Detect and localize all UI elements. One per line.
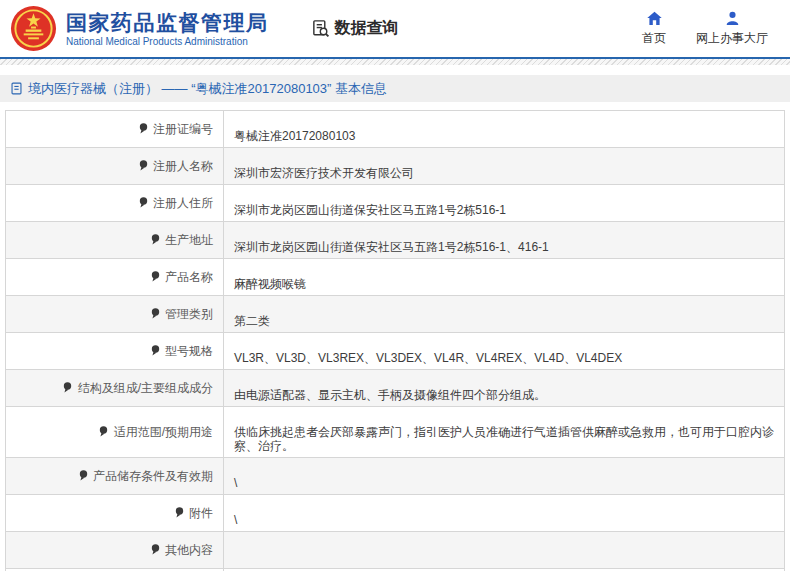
note-icon: [139, 123, 148, 137]
note-icon: [151, 544, 160, 558]
row-value: 由电源适配器、显示主机、手柄及摄像组件四个部分组成。: [234, 388, 546, 402]
nav-home-label: 首页: [642, 30, 666, 47]
note-icon: [151, 308, 160, 322]
nav-home[interactable]: 首页: [642, 10, 666, 47]
row-label: 结构及组成/主要组成成分: [78, 381, 213, 395]
table-row: 注册人名称 深圳市宏济医疗技术开发有限公司: [6, 148, 785, 185]
table-row: 附件 \: [6, 495, 785, 532]
breadcrumb: 境内医疗器械（注册） —— “粤械注准20172080103” 基本信息: [0, 75, 790, 102]
note-icon: [139, 197, 148, 211]
home-icon: [646, 10, 663, 27]
org-names: 国家药品监督管理局 National Medical Products Admi…: [66, 11, 269, 47]
row-label: 产品储存条件及有效期: [93, 469, 213, 483]
note-icon: [99, 426, 108, 440]
row-value: 深圳市宏济医疗技术开发有限公司: [234, 166, 414, 180]
table-row: 注册证编号 粤械注准20172080103: [6, 111, 785, 148]
row-value: \: [234, 476, 237, 490]
note-icon: [79, 470, 88, 484]
note-icon: [175, 507, 184, 521]
row-value: 供临床挑起患者会厌部暴露声门，指引医护人员准确进行气道插管供麻醉或急救用，也可用…: [234, 425, 774, 453]
site-header: 国家药品监督管理局 National Medical Products Admi…: [0, 0, 790, 57]
row-value: 深圳市龙岗区园山街道保安社区马五路1号2栋516-1、416-1: [234, 240, 549, 254]
header-nav: 首页 网上办事大厅: [642, 10, 776, 47]
table-row: 其他内容: [6, 532, 785, 569]
nav-service-hall-label: 网上办事大厅: [696, 30, 768, 47]
note-icon: [151, 345, 160, 359]
table-row: 产品名称 麻醉视频喉镜: [6, 259, 785, 296]
note-icon: [151, 234, 160, 248]
row-label: 生产地址: [165, 233, 213, 247]
logo-group: 国家药品监督管理局 National Medical Products Admi…: [10, 5, 269, 52]
row-label: 适用范围/预期用途: [114, 425, 213, 439]
row-label: 附件: [189, 506, 213, 520]
note-icon: [151, 271, 160, 285]
note-icon: [139, 160, 148, 174]
data-query-icon: [311, 19, 330, 38]
person-icon: [724, 10, 741, 27]
row-value: 粤械注准20172080103: [234, 129, 355, 143]
table-row: 注册人住所 深圳市龙岗区园山街道保安社区马五路1号2栋516-1: [6, 185, 785, 222]
row-value: \: [234, 513, 237, 527]
table-row: 管理类别 第二类: [6, 296, 785, 333]
row-label: 产品名称: [165, 270, 213, 284]
row-label: 型号规格: [165, 344, 213, 358]
nav-service-hall[interactable]: 网上办事大厅: [696, 10, 768, 47]
row-label: 其他内容: [165, 543, 213, 557]
table-row: 适用范围/预期用途 供临床挑起患者会厌部暴露声门，指引医护人员准确进行气道插管供…: [6, 407, 785, 458]
row-value: 深圳市龙岗区园山街道保安社区马五路1号2栋516-1: [234, 203, 506, 217]
breadcrumb-text: 境内医疗器械（注册） —— “粤械注准20172080103” 基本信息: [28, 80, 387, 98]
org-name-cn: 国家药品监督管理局: [66, 11, 269, 35]
table-row: 型号规格 VL3R、VL3D、VL3REX、VL3DEX、VL4R、VL4REX…: [6, 333, 785, 370]
table-row: 产品储存条件及有效期 \: [6, 458, 785, 495]
row-label: 注册人住所: [153, 196, 213, 210]
row-value: 第二类: [234, 314, 270, 328]
row-label: 注册证编号: [153, 122, 213, 136]
document-icon: [10, 82, 23, 95]
national-emblem-icon: [10, 5, 57, 52]
registration-info-table: 注册证编号 粤械注准20172080103 注册人名称 深圳市宏济医疗技术开发有…: [5, 110, 785, 571]
row-label: 管理类别: [165, 307, 213, 321]
hatch-band-divider: [0, 59, 790, 65]
org-name-en: National Medical Products Administration: [66, 36, 269, 47]
data-query-title: 数据查询: [311, 18, 399, 39]
table-row: 结构及组成/主要组成成分 由电源适配器、显示主机、手柄及摄像组件四个部分组成。: [6, 370, 785, 407]
row-value: 麻醉视频喉镜: [234, 277, 306, 291]
row-label: 注册人名称: [153, 159, 213, 173]
row-value: VL3R、VL3D、VL3REX、VL3DEX、VL4R、VL4REX、VL4D…: [234, 351, 622, 365]
note-icon: [63, 382, 72, 396]
data-query-label: 数据查询: [335, 18, 399, 39]
table-row: 生产地址 深圳市龙岗区园山街道保安社区马五路1号2栋516-1、416-1: [6, 222, 785, 259]
